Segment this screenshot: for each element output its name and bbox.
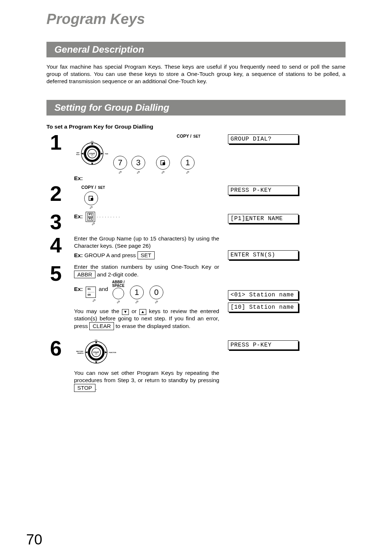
- svg-text:FUNCTION: FUNCTION: [105, 153, 108, 155]
- svg-text:FUNCTION: FUNCTION: [109, 352, 116, 353]
- step-4-ex: Ex:: [74, 252, 83, 258]
- doc-icon: [88, 195, 94, 201]
- key-copyset-2: ⬀: [84, 191, 98, 205]
- nav-dial-icon: START ◇ VOL DIRECTORY SEARCH FUNCTION: [76, 140, 108, 169]
- step-5-number: 5: [46, 263, 65, 337]
- doc-icon: [160, 160, 166, 166]
- svg-marker-8: [101, 153, 103, 155]
- step-3-body: Ex: P1 P2 · · · · · · · · · ⬀: [74, 212, 219, 234]
- groupdial-subheading: To set a Program Key for Group Dialling: [46, 123, 346, 130]
- page-title: Program Keys: [46, 11, 346, 27]
- general-body: Your fax machine has special Program Key…: [46, 63, 346, 85]
- key-1b: 1⬀: [130, 285, 144, 299]
- svg-text:VOL: VOL: [95, 339, 98, 341]
- down-arrow-key: ▼: [122, 309, 129, 315]
- svg-rect-14: [163, 162, 165, 165]
- step-4-display: ENTER STN(S): [228, 250, 298, 260]
- svg-text:SEARCH: SEARCH: [76, 154, 79, 155]
- press-icon: ⬀: [74, 221, 219, 227]
- press-icon: ⬀: [117, 299, 120, 305]
- svg-text:◇: ◇: [95, 352, 98, 356]
- step-2-body: COPY / SET ⬀: [74, 183, 219, 210]
- copy-set-label: COPY / SET: [177, 134, 200, 139]
- abbr-key: ABBR: [74, 271, 95, 279]
- svg-text:◇: ◇: [91, 154, 94, 157]
- press-icon: ⬀: [89, 205, 93, 210]
- step-3-ex: Ex:: [74, 213, 83, 219]
- step-2-display: PRESS P-KEY: [228, 186, 298, 195]
- step-1-number: 1: [46, 132, 65, 182]
- up-arrow-key: ▲: [139, 309, 146, 315]
- set-key: SET: [138, 251, 155, 259]
- svg-marker-7: [81, 153, 83, 155]
- step-5-ex: Ex:: [74, 285, 83, 293]
- step-4-body: Enter the Group Name (up to 15 character…: [74, 235, 219, 262]
- step-5-display-1: <01> Station name: [228, 290, 298, 300]
- dots-icon: · · · · · · · · ·: [97, 215, 120, 219]
- svg-text:SEARCH: SEARCH: [77, 352, 83, 354]
- key-7: 7⬀: [113, 156, 127, 170]
- key-3: 3⬀: [131, 156, 145, 170]
- step-3-display: [P1]ENTER NAME: [228, 214, 298, 223]
- step-2-number: 2: [46, 183, 65, 210]
- press-icon: ⬀: [136, 170, 140, 175]
- step-1-display: GROUP DIAL?: [228, 134, 298, 144]
- step-1-ex: Ex:: [74, 175, 219, 182]
- key-0: 0⬀: [150, 285, 163, 299]
- step-5-body: Enter the station numbers by using One-T…: [74, 263, 219, 337]
- step-1-body: COPY / SET START ◇ VOL DIRECTORY SEARCH: [74, 132, 219, 182]
- key-copyset-1: ⬀: [156, 156, 170, 170]
- step-6-body: START ◇ VOL DIRECTORY SEARCH FUNCTION Yo…: [74, 338, 219, 392]
- svg-rect-16: [91, 198, 93, 200]
- step-6-number: 6: [46, 338, 65, 392]
- key-abbr: ⬀: [113, 288, 124, 299]
- clear-key: CLEAR: [89, 322, 114, 330]
- page-number: 70: [26, 531, 42, 548]
- svg-marker-24: [85, 351, 87, 353]
- p-keys-block: P1 P2: [86, 212, 95, 222]
- copy-set-label-2: COPY / SET: [81, 185, 105, 190]
- onetouch-block: 01 · · · · · · · · · · 09: [86, 287, 96, 298]
- key-1: 1⬀: [181, 156, 195, 170]
- step-5-display-2: [10] Station name: [228, 303, 298, 312]
- svg-text:VOL: VOL: [91, 141, 94, 142]
- svg-marker-25: [105, 351, 107, 353]
- stop-key: STOP: [74, 384, 95, 392]
- section-groupdial-heading: Setting for Group Dialling: [46, 100, 346, 116]
- press-icon: ⬀: [161, 170, 165, 175]
- step-4-number: 4: [46, 235, 65, 262]
- section-general-heading: General Description: [46, 42, 346, 57]
- nav-dial-icon-2: START ◇ VOL DIRECTORY SEARCH FUNCTION: [76, 338, 116, 368]
- press-icon: ⬀: [135, 299, 139, 305]
- press-icon: ⬀: [74, 298, 219, 303]
- press-icon: ⬀: [186, 170, 189, 175]
- press-icon: ⬀: [155, 299, 158, 305]
- step-6-display: PRESS P-KEY: [228, 340, 298, 350]
- step-3-number: 3: [46, 212, 65, 234]
- press-icon: ⬀: [118, 170, 122, 175]
